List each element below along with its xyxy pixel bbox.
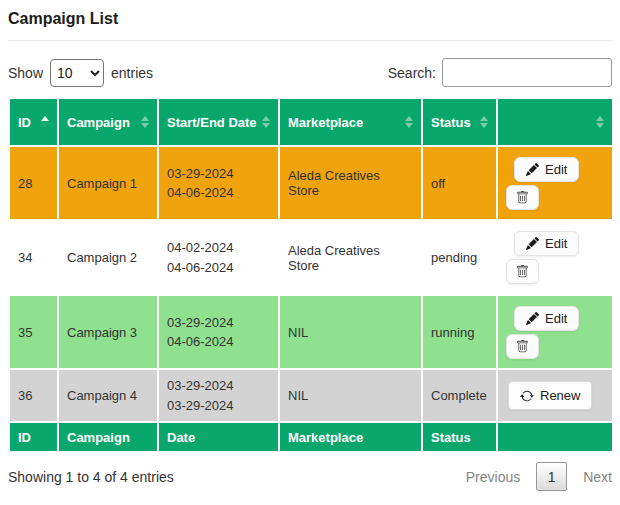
renew-button-label: Renew [540,388,580,403]
cell-status: off [422,146,497,220]
entries-info: Showing 1 to 4 of 4 entries [8,469,174,485]
cell-campaign: Campaign 2 [58,220,158,295]
search-control: Search: [388,58,612,87]
header-label: Start/End Date [167,115,257,130]
table-row: 35 Campaign 3 03-29-2024 04-06-2024 NIL … [9,295,613,369]
cell-marketplace: NIL [279,295,422,369]
table-header: ID Campaign Start/End Date Marketplace [9,98,613,146]
table-body: 28 Campaign 1 03-29-2024 04-06-2024 Aled… [9,146,613,422]
end-date: 04-06-2024 [167,332,270,352]
start-date: 03-29-2024 [167,376,270,396]
title-divider [8,40,612,41]
column-header-date[interactable]: Start/End Date [158,98,279,146]
pencil-icon [526,312,539,325]
sort-both-icon [262,116,270,128]
next-page-button[interactable]: Next [583,469,612,485]
cell-dates: 03-29-2024 04-06-2024 [158,146,279,220]
column-header-status[interactable]: Status [422,98,497,146]
search-input[interactable] [442,58,612,87]
edit-button-label: Edit [545,311,567,326]
end-date: 04-06-2024 [167,258,270,278]
current-page-button[interactable]: 1 [536,462,567,491]
footer-header-id: ID [9,422,58,452]
header-label: Status [431,115,471,130]
trash-icon [516,265,529,278]
previous-page-button[interactable]: Previous [466,469,520,485]
footer-header-date: Date [158,422,279,452]
start-date: 04-02-2024 [167,238,270,258]
end-date: 04-06-2024 [167,183,270,203]
search-label: Search: [388,65,436,81]
sort-both-icon [596,116,604,128]
show-label: Show [8,65,43,81]
page-length-control: Show 10 entries [8,59,153,87]
campaign-list-page: Campaign List Show 10 entries Search: ID [0,0,620,505]
edit-button[interactable]: Edit [514,231,579,256]
cell-id: 28 [9,146,58,220]
column-header-marketplace[interactable]: Marketplace [279,98,422,146]
edit-button[interactable]: Edit [514,157,579,182]
start-date: 03-29-2024 [167,164,270,184]
delete-button[interactable] [506,259,539,284]
edit-button-label: Edit [545,162,567,177]
sort-asc-icon [41,116,49,128]
cell-campaign: Campaign 1 [58,146,158,220]
refresh-icon [520,389,534,403]
cell-status: Complete [422,369,497,422]
delete-button[interactable] [506,334,539,359]
cell-campaign: Campaign 3 [58,295,158,369]
header-label: ID [18,115,31,130]
start-date: 03-29-2024 [167,313,270,333]
footer-header-campaign: Campaign [58,422,158,452]
header-label: Campaign [67,115,130,130]
sort-both-icon [141,116,149,128]
table-row: 36 Campaign 4 03-29-2024 03-29-2024 NIL … [9,369,613,422]
footer-header-marketplace: Marketplace [279,422,422,452]
edit-button[interactable]: Edit [514,306,579,331]
sort-both-icon [405,116,413,128]
cell-marketplace: NIL [279,369,422,422]
delete-button[interactable] [506,185,539,210]
cell-actions: Edit [497,146,613,220]
renew-button[interactable]: Renew [508,381,592,410]
cell-id: 36 [9,369,58,422]
column-header-campaign[interactable]: Campaign [58,98,158,146]
cell-id: 35 [9,295,58,369]
cell-status: running [422,295,497,369]
entries-label: entries [111,65,153,81]
end-date: 03-29-2024 [167,396,270,416]
cell-actions: Edit [497,220,613,295]
column-header-actions[interactable] [497,98,613,146]
edit-button-label: Edit [545,236,567,251]
cell-id: 34 [9,220,58,295]
cell-dates: 03-29-2024 03-29-2024 [158,369,279,422]
sort-both-icon [480,116,488,128]
column-header-id[interactable]: ID [9,98,58,146]
pagination: Previous 1 Next [466,462,612,491]
pencil-icon [526,237,539,250]
cell-dates: 03-29-2024 04-06-2024 [158,295,279,369]
cell-actions: Renew [497,369,613,422]
pencil-icon [526,163,539,176]
table-controls: Show 10 entries Search: [8,58,612,87]
footer-header-status: Status [422,422,497,452]
table-row: 34 Campaign 2 04-02-2024 04-06-2024 Aled… [9,220,613,295]
table-footer: ID Campaign Date Marketplace Status [9,422,613,452]
cell-marketplace: Aleda Creatives Store [279,146,422,220]
cell-marketplace: Aleda Creatives Store [279,220,422,295]
page-length-select[interactable]: 10 [50,59,104,87]
header-label: Marketplace [288,115,363,130]
cell-actions: Edit [497,295,613,369]
table-summary-bar: Showing 1 to 4 of 4 entries Previous 1 N… [8,462,612,491]
cell-campaign: Campaign 4 [58,369,158,422]
campaign-table: ID Campaign Start/End Date Marketplace [8,97,614,453]
cell-status: pending [422,220,497,295]
table-row: 28 Campaign 1 03-29-2024 04-06-2024 Aled… [9,146,613,220]
footer-header-actions [497,422,613,452]
page-title: Campaign List [8,10,612,28]
trash-icon [516,340,529,353]
cell-dates: 04-02-2024 04-06-2024 [158,220,279,295]
trash-icon [516,191,529,204]
